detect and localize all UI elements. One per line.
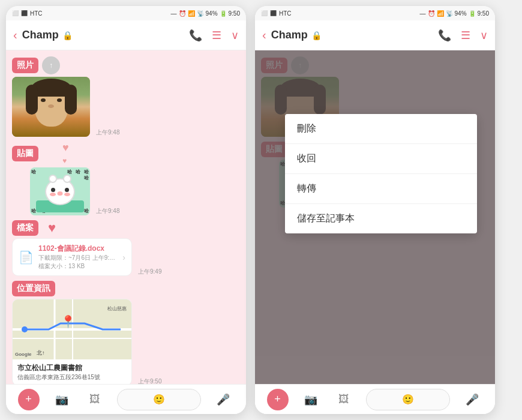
phone-icon-left[interactable]: 📞 xyxy=(189,29,202,42)
file-time: 上午9:49 xyxy=(138,268,161,276)
signal-icon: 📡 xyxy=(197,10,204,17)
status-app-icon-right: ⬛ xyxy=(270,10,277,16)
location-name: 市立松山工農圖書館 xyxy=(17,363,127,373)
map-bubble[interactable]: 📍 松山慈惠 Google 北↑ 市立松山工農圖書館 信義區忠孝東路五段236巷… xyxy=(12,299,132,384)
wifi-icon: 📶 xyxy=(188,10,195,17)
status-brand: HTC xyxy=(30,10,43,17)
heart-decoration-1: ♥ xyxy=(62,142,69,154)
location-time: 上午9:50 xyxy=(138,377,161,384)
htc-logo-right: ⬜ xyxy=(261,10,268,16)
wifi-icon-right: 📶 xyxy=(437,10,444,17)
add-button-left[interactable]: + xyxy=(18,389,40,410)
photo-message: 照片 ↑ xyxy=(12,56,240,137)
status-app-icon: ⬛ xyxy=(21,10,28,16)
menu-icon-left[interactable]: ☰ xyxy=(212,29,221,42)
heart-decoration-3: ♥ xyxy=(48,220,56,236)
status-right-right: — ⏰ 📶 📡 94% 🔋 9:50 xyxy=(420,10,489,17)
header-actions-left: 📞 ☰ ∨ xyxy=(189,29,239,42)
add-button-right[interactable]: + xyxy=(267,389,289,410)
camera-button-right[interactable]: 📷 xyxy=(300,389,322,410)
battery-pct: 94% xyxy=(206,10,218,17)
dropdown-icon-left[interactable]: ∨ xyxy=(231,29,239,42)
battery-pct-right: 94% xyxy=(455,10,467,17)
location-message: 位置資訊 xyxy=(12,281,240,384)
chat-area-left: 照片 ↑ xyxy=(6,50,246,384)
menu-icon-right[interactable]: ☰ xyxy=(461,29,470,42)
sticker-time: 上午9:48 xyxy=(96,207,119,215)
emoji-button-right[interactable]: 🙂 xyxy=(366,389,450,410)
dropdown-icon-right[interactable]: ∨ xyxy=(480,29,488,42)
status-left-right: ⬜ ⬛ HTC xyxy=(261,10,292,17)
google-brand: Google xyxy=(15,352,32,357)
time-display: 9:50 xyxy=(229,10,240,17)
sticker-image: 哈 哈 哈 哈 哈 哈 哈 哈 xyxy=(30,167,90,215)
photo-label: 照片 xyxy=(12,58,38,73)
context-menu: 刪除 收回 轉傳 儲存至記事本 xyxy=(285,114,477,233)
header-title-right: Champ 🔒 xyxy=(271,29,433,41)
contact-name-right: Champ xyxy=(271,29,308,41)
phone-icon-right[interactable]: 📞 xyxy=(438,29,451,42)
status-brand-right: HTC xyxy=(279,10,292,17)
chat-header-left: ‹ Champ 🔒 📞 ☰ ∨ xyxy=(6,20,246,50)
photo-time: 上午9:48 xyxy=(96,128,119,137)
header-title-left: Champ 🔒 xyxy=(22,29,184,41)
image-button-right[interactable]: 🖼 xyxy=(333,389,355,410)
status-left: ⬜ ⬛ HTC xyxy=(12,10,43,17)
north-indicator: 北↑ xyxy=(37,349,45,357)
signal-icon-right: 📡 xyxy=(446,10,453,17)
bottom-bar-left: + 📷 🖼 🙂 🎤 xyxy=(6,384,246,414)
camera-button-left[interactable]: 📷 xyxy=(51,389,73,410)
file-label: 檔案 xyxy=(12,220,38,236)
file-info: 1102-會議記錄.docx 下載期限：~7月6日 上午9:… 檔案大小：13 … xyxy=(38,244,118,271)
header-actions-right: 📞 ☰ ∨ xyxy=(438,29,488,42)
mic-button-left[interactable]: 🎤 xyxy=(212,389,234,410)
file-arrow-icon: › xyxy=(122,253,125,262)
contact-name-left: Champ xyxy=(22,29,59,41)
back-button-left[interactable]: ‹ xyxy=(13,28,17,42)
htc-logo: ⬜ xyxy=(12,10,19,16)
matsuyama-text: 松山慈惠 xyxy=(107,305,127,312)
context-save-note[interactable]: 儲存至記事本 xyxy=(285,204,477,233)
map-location-text: 市立松山工農圖書館 信義區忠孝東路五段236巷15號 xyxy=(13,359,131,384)
emoji-button-left[interactable]: 🙂 xyxy=(117,389,201,410)
minus-icon-right: — xyxy=(420,10,426,17)
battery-icon-right: 🔋 xyxy=(469,10,476,17)
file-message: 檔案 ♥ 📄 1102-會議記錄.docx 下載期限：~7月6日 上午9:… 檔… xyxy=(12,220,240,276)
status-right: — ⏰ 📶 📡 94% 🔋 9:50 xyxy=(171,10,240,17)
time-display-right: 9:50 xyxy=(478,10,489,17)
left-panel: ⬜ ⬛ HTC — ⏰ 📶 📡 94% 🔋 9:50 ‹ Champ 🔒 📞 ☰… xyxy=(6,6,246,414)
mic-button-right[interactable]: 🎤 xyxy=(461,389,483,410)
sticker-message: 貼圖 ♥ ♥ 哈 哈 哈 哈 哈 哈 哈 哈 xyxy=(12,142,240,215)
file-size: 檔案大小：13 KB xyxy=(38,262,118,271)
emoji-face-icon: 🙂 xyxy=(153,394,165,405)
context-delete[interactable]: 刪除 xyxy=(285,114,477,144)
minus-icon: — xyxy=(171,10,177,17)
alarm-icon: ⏰ xyxy=(179,10,186,17)
alarm-icon-right: ⏰ xyxy=(428,10,435,17)
battery-icon: 🔋 xyxy=(220,10,227,17)
right-panel: ⬜ ⬛ HTC — ⏰ 📶 📡 94% 🔋 9:50 ‹ Champ 🔒 📞 ☰… xyxy=(255,6,495,414)
context-recall[interactable]: 收回 xyxy=(285,144,477,174)
lock-icon-right: 🔒 xyxy=(311,31,322,40)
location-addr: 信義區忠孝東路五段236巷15號 xyxy=(17,373,127,382)
map-image: 📍 松山慈惠 Google 北↑ xyxy=(13,299,131,359)
map-pin-icon: 📍 xyxy=(61,314,76,329)
file-deadline: 下載期限：~7月6日 上午9:… xyxy=(38,254,118,262)
file-name: 1102-會議記錄.docx xyxy=(38,244,118,254)
context-forward[interactable]: 轉傳 xyxy=(285,174,477,204)
location-label: 位置資訊 xyxy=(12,281,55,296)
status-bar-left: ⬜ ⬛ HTC — ⏰ 📶 📡 94% 🔋 9:50 xyxy=(6,6,246,20)
file-bubble[interactable]: 📄 1102-會議記錄.docx 下載期限：~7月6日 上午9:… 檔案大小：1… xyxy=(12,238,132,276)
lock-icon-left: 🔒 xyxy=(62,31,73,40)
file-doc-icon: 📄 xyxy=(19,250,34,265)
emoji-face-icon-right: 🙂 xyxy=(402,394,414,405)
image-button-left[interactable]: 🖼 xyxy=(84,389,106,410)
heart-decoration-2: ♥ xyxy=(62,157,69,165)
share-button[interactable]: ↑ xyxy=(42,56,60,74)
photo-image xyxy=(12,77,90,137)
back-button-right[interactable]: ‹ xyxy=(262,28,266,42)
status-bar-right: ⬜ ⬛ HTC — ⏰ 📶 📡 94% 🔋 9:50 xyxy=(255,6,495,20)
bottom-bar-right: + 📷 🖼 🙂 🎤 xyxy=(255,384,495,414)
chat-header-right: ‹ Champ 🔒 📞 ☰ ∨ xyxy=(255,20,495,50)
sticker-label: 貼圖 xyxy=(12,146,38,161)
